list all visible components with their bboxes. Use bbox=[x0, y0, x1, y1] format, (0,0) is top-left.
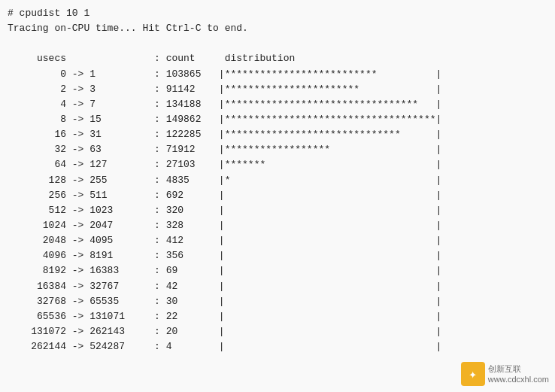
table-row: 64 -> 127 : 27103 |******* | bbox=[8, 157, 547, 172]
watermark-text: 创新互联 www.cdcxhl.com bbox=[488, 363, 549, 385]
table-row: 8 -> 15 : 149862 |**********************… bbox=[8, 112, 547, 127]
command-line: # cpudist 10 1 bbox=[8, 6, 547, 21]
table-row: 2048 -> 4095 : 412 | | bbox=[8, 233, 547, 248]
header-line: usecs : count distribution bbox=[8, 51, 547, 66]
table-row: 0 -> 1 : 103865 |***********************… bbox=[8, 67, 547, 82]
watermark-icon: ✦ bbox=[469, 366, 477, 382]
table-row: 256 -> 511 : 692 | | bbox=[8, 188, 547, 203]
empty-line bbox=[8, 36, 547, 51]
table-row: 8192 -> 16383 : 69 | | bbox=[8, 263, 547, 278]
watermark-line1: 创新互联 bbox=[488, 363, 549, 374]
table-row: 16 -> 31 : 122285 |*********************… bbox=[8, 127, 547, 142]
table-row: 4 -> 7 : 134188 |***********************… bbox=[8, 97, 547, 112]
table-row: 4096 -> 8191 : 356 | | bbox=[8, 248, 547, 263]
watermark: ✦ 创新互联 www.cdcxhl.com bbox=[461, 362, 549, 386]
table-row: 16384 -> 32767 : 42 | | bbox=[8, 279, 547, 294]
table-row: 128 -> 255 : 4835 |* | bbox=[8, 173, 547, 188]
watermark-line2: www.cdcxhl.com bbox=[488, 374, 549, 384]
table-row: 32768 -> 65535 : 30 | | bbox=[8, 294, 547, 309]
table-row: 65536 -> 131071 : 22 | | bbox=[8, 309, 547, 324]
data-rows: 0 -> 1 : 103865 |***********************… bbox=[8, 67, 547, 355]
terminal-window: # cpudist 10 1 Tracing on-CPU time... Hi… bbox=[0, 0, 555, 392]
table-row: 32 -> 63 : 71912 |****************** | bbox=[8, 142, 547, 157]
table-row: 1024 -> 2047 : 328 | | bbox=[8, 218, 547, 233]
table-row: 2 -> 3 : 91142 |*********************** … bbox=[8, 82, 547, 97]
table-row: 131072 -> 262143 : 20 | | bbox=[8, 324, 547, 339]
tracing-line: Tracing on-CPU time... Hit Ctrl-C to end… bbox=[8, 21, 547, 36]
table-row: 262144 -> 524287 : 4 | | bbox=[8, 339, 547, 354]
table-row: 512 -> 1023 : 320 | | bbox=[8, 203, 547, 218]
watermark-logo: ✦ bbox=[461, 362, 485, 386]
